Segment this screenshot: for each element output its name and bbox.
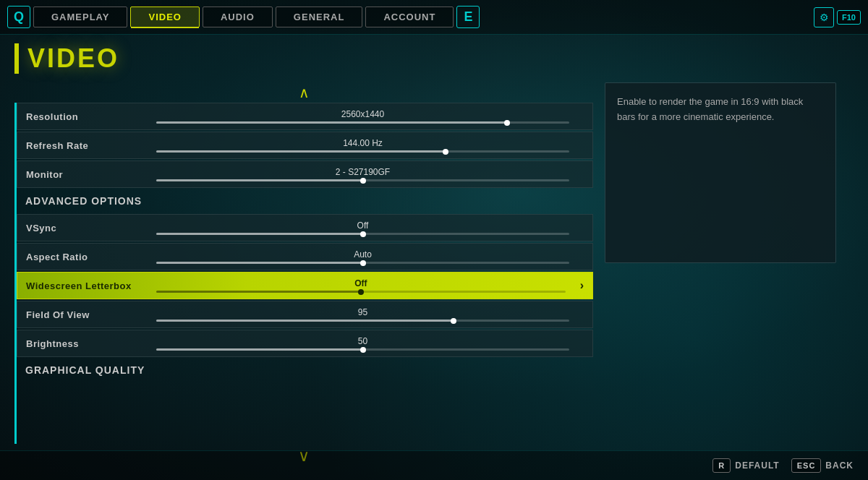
aspect-value-area: Auto [142,249,584,264]
tab-general[interactable]: GENERAL [276,7,363,27]
aspect-fill [156,262,363,264]
monitor-value-area: 2 - S27190GF [142,167,584,181]
resolution-label: Resolution [26,111,142,122]
widescreen-dot [358,289,364,295]
brightness-value: 50 [358,336,367,346]
page-title: VIDEO [14,43,119,74]
refresh-dot [443,149,448,155]
refresh-label: Refresh rate [26,140,142,151]
monitor-slider [156,179,569,181]
monitor-fill [156,179,363,181]
monitor-value: 2 - S27190GF [336,167,390,177]
right-bracket[interactable]: E [456,6,480,28]
advanced-section-header: ADVANCED OPTIONS [17,189,593,213]
widescreen-arrow: › [580,279,584,292]
fov-slider[interactable] [156,320,569,322]
widescreen-value: Off [354,278,367,288]
bottom-bar: R DEFAULT ESC BACK [0,450,868,480]
back-key-badge: ESC [791,458,822,473]
refresh-slider [156,150,569,153]
default-label: DEFAULT [735,460,779,471]
tab-account[interactable]: ACCOUNT [365,7,454,27]
resolution-fill [156,121,507,124]
fov-value: 95 [358,307,367,317]
vsync-dot [360,231,366,237]
aspect-value: Auto [354,249,372,260]
refresh-value-area: 144.00 Hz [142,138,584,153]
brightness-label: Brightness [26,338,142,349]
settings-panel: ∧ Resolution 2560x1440 Refresh rate 144.… [14,82,593,468]
tab-gameplay[interactable]: GAMEPLAY [33,7,127,27]
brightness-fill [156,348,363,351]
brightness-dot [360,347,366,353]
main-content: ∧ Resolution 2560x1440 Refresh rate 144.… [0,82,868,468]
fov-value-area: 95 [142,307,584,322]
settings-area: ⚙ F10 [814,7,861,27]
fov-fill [156,320,454,322]
refresh-value: 144.00 Hz [343,138,383,148]
left-bracket[interactable]: Q [7,6,30,28]
resolution-slider [156,121,569,124]
page-title-area: VIDEO [0,35,868,82]
refresh-fill [156,150,446,153]
info-panel: Enable to render the game in 16:9 with b… [605,82,836,263]
scroll-up-arrow[interactable]: ∧ [14,82,593,103]
brightness-slider[interactable] [156,348,569,351]
tab-audio[interactable]: AUDIO [203,7,273,27]
setting-row-monitor[interactable]: Monitor 2 - S27190GF [17,160,593,188]
setting-row-resolution[interactable]: Resolution 2560x1440 [17,103,593,130]
aspect-dot [360,260,366,266]
back-button[interactable]: ESC BACK [791,458,854,473]
tab-video[interactable]: VIDEO [130,7,199,27]
info-text: Enable to render the game in 16:9 with b… [617,95,824,125]
aspect-label: Aspect ratio [26,252,142,262]
monitor-dot [360,178,366,184]
vsync-label: VSync [26,223,142,233]
brightness-value-area: 50 [142,336,584,351]
widescreen-slider [156,291,566,293]
settings-icon[interactable]: ⚙ [814,7,834,27]
f10-badge: F10 [837,10,861,25]
setting-row-aspect[interactable]: Aspect ratio Auto [17,243,593,270]
vsync-value-area: Off [142,220,584,235]
settings-list: Resolution 2560x1440 Refresh rate 144.00… [14,103,593,444]
widescreen-fill [156,291,361,293]
setting-row-refresh[interactable]: Refresh rate 144.00 Hz [17,132,593,159]
graphical-section-header: GRAPHICAL QUALITY [17,359,593,382]
resolution-value-area: 2560x1440 [142,109,584,124]
resolution-dot [504,120,510,126]
fov-label: Field of view [26,309,142,320]
default-button[interactable]: R DEFAULT [712,458,779,473]
setting-row-brightness[interactable]: Brightness 50 [17,330,593,357]
top-nav: Q GAMEPLAY VIDEO AUDIO GENERAL ACCOUNT E… [0,0,868,35]
vsync-fill [156,233,363,235]
setting-row-widescreen[interactable]: Widescreen letterbox Off › [17,272,593,299]
vsync-value: Off [357,220,369,231]
fov-dot [451,318,456,324]
vsync-slider [156,233,569,235]
setting-row-fov[interactable]: Field of view 95 [17,301,593,328]
back-label: BACK [825,460,854,471]
widescreen-label: Widescreen letterbox [26,280,142,291]
setting-row-vsync[interactable]: VSync Off [17,214,593,241]
default-key-badge: R [712,458,731,473]
monitor-label: Monitor [26,169,142,180]
resolution-value: 2560x1440 [341,109,384,119]
aspect-slider [156,262,569,264]
widescreen-value-area: Off [142,278,580,293]
